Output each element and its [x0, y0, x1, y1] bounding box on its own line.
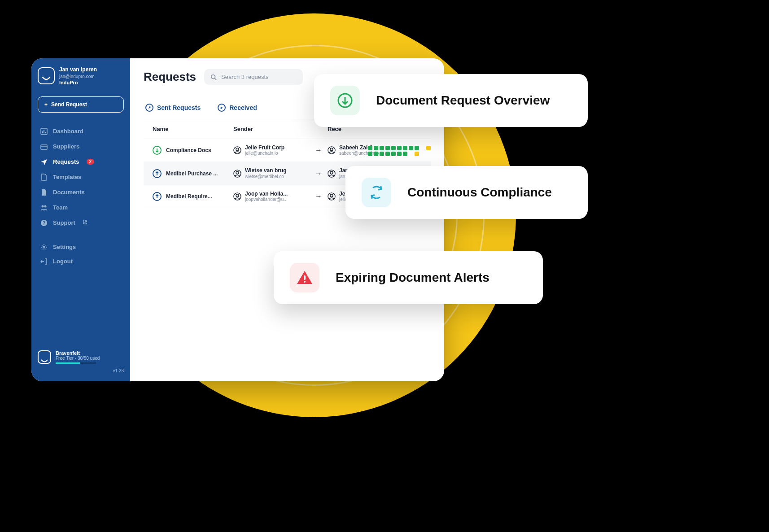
send-request-button[interactable]: + Send Request	[38, 96, 124, 113]
page-title: Requests	[144, 70, 196, 84]
search-placeholder: Search 3 requests	[221, 74, 269, 80]
sidebar-item-team[interactable]: Team	[38, 201, 124, 215]
svg-point-16	[236, 171, 239, 174]
help-icon: ?	[40, 219, 48, 227]
feature-card-compliance: Continuous Compliance	[345, 166, 588, 219]
person-icon	[233, 192, 241, 201]
sidebar-item-settings[interactable]: Settings	[38, 240, 124, 254]
team-icon	[40, 204, 48, 211]
arrow-right-icon: →	[310, 170, 328, 178]
request-name: Medibel Require...	[166, 193, 212, 200]
svg-point-25	[304, 281, 306, 283]
profile-company: InduPro	[59, 79, 97, 86]
sender-email: joopvahollander@u...	[245, 197, 288, 202]
sidebar-item-label: Team	[53, 204, 68, 211]
external-link-icon	[83, 219, 87, 226]
svg-point-20	[236, 194, 239, 197]
tier-block[interactable]: Bravenfelt Free Tier - 30/50 used	[38, 350, 124, 364]
sidebar-item-templates[interactable]: Templates	[38, 170, 124, 184]
sidebar-item-label: Support	[53, 219, 75, 226]
tab-received[interactable]: Received	[216, 100, 258, 115]
svg-point-18	[330, 171, 333, 174]
feature-title: Continuous Compliance	[407, 185, 552, 200]
sidebar-item-label: Suppliers	[53, 143, 79, 150]
svg-point-22	[330, 194, 333, 197]
arrow-up-icon	[153, 169, 162, 178]
tier-name: Bravenfelt	[56, 350, 100, 356]
search-input[interactable]: Search 3 requests	[204, 69, 303, 85]
svg-rect-2	[44, 130, 44, 133]
requests-badge: 2	[87, 159, 95, 165]
person-icon	[233, 170, 241, 178]
document-icon	[40, 189, 48, 196]
box-icon	[40, 143, 48, 150]
sidebar-item-documents[interactable]: Documents	[38, 185, 124, 200]
col-sender: Sender	[233, 126, 310, 132]
sidebar-item-dashboard[interactable]: Dashboard	[38, 124, 124, 139]
person-icon	[328, 192, 336, 201]
sender-email: wietse@medibel.co	[245, 174, 287, 179]
profile-email: jan@indupro.com	[59, 74, 97, 79]
sidebar-item-label: Dashboard	[53, 128, 83, 135]
sidebar-item-requests[interactable]: Requests 2	[38, 155, 124, 169]
version-label: v1.28	[38, 368, 124, 373]
person-icon	[328, 146, 336, 154]
arrow-right-icon: →	[310, 192, 328, 201]
sender-name: Wietse van brug	[245, 167, 287, 174]
feature-title: Document Request Overview	[376, 93, 550, 108]
tier-usage-bar	[56, 362, 96, 364]
tab-sent-requests[interactable]: Sent Requests	[144, 100, 202, 115]
sidebar-item-label: Logout	[53, 258, 73, 265]
compliance-progress-dots	[368, 146, 431, 156]
sender-email: jelle@unchain.io	[245, 151, 284, 156]
download-circle-icon	[330, 86, 360, 115]
refresh-cycle-icon	[362, 178, 391, 207]
svg-point-10	[211, 74, 215, 78]
svg-point-12	[236, 148, 239, 151]
person-icon	[328, 170, 336, 178]
person-icon	[233, 146, 241, 154]
tab-label: Sent Requests	[157, 104, 201, 111]
request-name: Compliance Docs	[166, 147, 211, 153]
alert-triangle-icon	[290, 263, 319, 292]
send-request-label: Send Request	[51, 101, 87, 108]
sidebar-item-label: Templates	[53, 174, 81, 180]
request-name: Medibel Purchase ...	[166, 170, 218, 177]
sidebar: Jan van Iperen jan@indupro.com InduPro +…	[31, 58, 130, 381]
logout-icon	[40, 258, 48, 265]
sidebar-item-suppliers[interactable]: Suppliers	[38, 140, 124, 154]
tab-label: Received	[229, 104, 257, 111]
feature-title: Expiring Document Alerts	[336, 270, 489, 285]
svg-rect-24	[304, 275, 306, 280]
tier-sub: Free Tier - 30/50 used	[56, 356, 100, 361]
arrow-up-right-icon	[145, 104, 153, 112]
chart-icon	[40, 128, 48, 135]
app-logo-icon	[38, 67, 55, 84]
arrow-up-icon	[153, 192, 162, 201]
svg-rect-3	[45, 132, 46, 133]
svg-text:?: ?	[43, 221, 45, 226]
arrow-down-icon	[153, 146, 162, 155]
arrow-down-left-icon	[218, 104, 226, 112]
plus-icon: +	[44, 101, 48, 108]
send-icon	[40, 158, 48, 166]
sidebar-item-support[interactable]: ? Support	[38, 216, 124, 230]
svg-point-14	[330, 148, 333, 151]
sender-name: Jelle Fruit Corp	[245, 144, 284, 151]
svg-point-5	[42, 205, 44, 207]
search-icon	[210, 74, 217, 80]
sidebar-item-logout[interactable]: Logout	[38, 254, 124, 269]
svg-point-9	[43, 246, 45, 248]
company-logo-icon	[38, 350, 51, 364]
svg-rect-1	[42, 131, 43, 133]
svg-point-6	[44, 205, 47, 207]
col-name: Name	[153, 126, 233, 132]
feature-card-overview: Document Request Overview	[314, 74, 588, 127]
gear-icon	[40, 244, 48, 251]
profile-name: Jan van Iperen	[59, 66, 97, 74]
profile-block[interactable]: Jan van Iperen jan@indupro.com InduPro	[38, 66, 124, 86]
sender-name: Joop van Holla...	[245, 191, 288, 197]
file-icon	[40, 174, 48, 181]
sidebar-item-label: Documents	[53, 189, 85, 196]
sidebar-item-label: Settings	[53, 244, 76, 250]
